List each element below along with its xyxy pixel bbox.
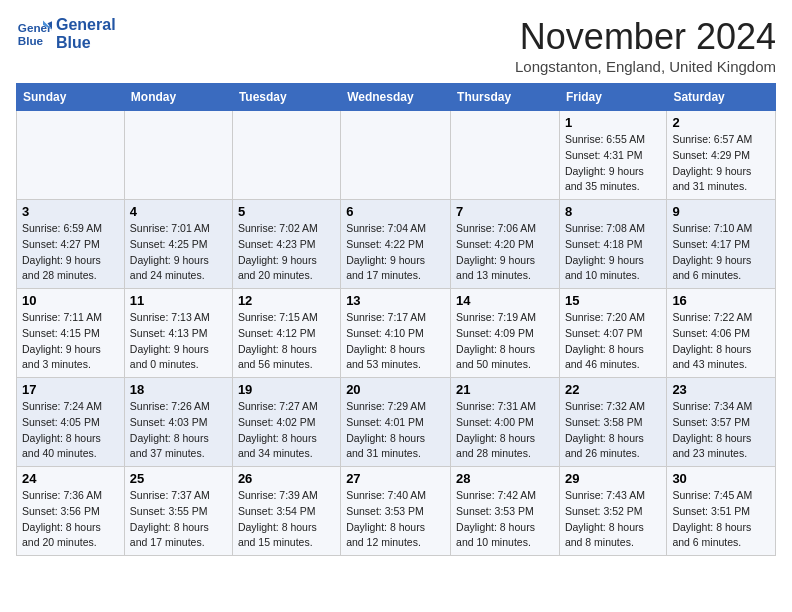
calendar-cell: 7Sunrise: 7:06 AM Sunset: 4:20 PM Daylig… (451, 200, 560, 289)
day-header-thursday: Thursday (451, 84, 560, 111)
day-info: Sunrise: 7:26 AM Sunset: 4:03 PM Dayligh… (130, 399, 227, 462)
day-header-saturday: Saturday (667, 84, 776, 111)
day-number: 8 (565, 204, 661, 219)
calendar-cell: 24Sunrise: 7:36 AM Sunset: 3:56 PM Dayli… (17, 467, 125, 556)
calendar-cell (451, 111, 560, 200)
day-number: 17 (22, 382, 119, 397)
day-info: Sunrise: 7:15 AM Sunset: 4:12 PM Dayligh… (238, 310, 335, 373)
day-number: 9 (672, 204, 770, 219)
calendar-cell: 16Sunrise: 7:22 AM Sunset: 4:06 PM Dayli… (667, 289, 776, 378)
day-info: Sunrise: 7:10 AM Sunset: 4:17 PM Dayligh… (672, 221, 770, 284)
calendar-week-row: 1Sunrise: 6:55 AM Sunset: 4:31 PM Daylig… (17, 111, 776, 200)
month-title: November 2024 (515, 16, 776, 58)
calendar-cell: 29Sunrise: 7:43 AM Sunset: 3:52 PM Dayli… (559, 467, 666, 556)
day-info: Sunrise: 7:06 AM Sunset: 4:20 PM Dayligh… (456, 221, 554, 284)
calendar-cell (232, 111, 340, 200)
calendar-cell: 22Sunrise: 7:32 AM Sunset: 3:58 PM Dayli… (559, 378, 666, 467)
day-info: Sunrise: 7:40 AM Sunset: 3:53 PM Dayligh… (346, 488, 445, 551)
calendar-cell: 9Sunrise: 7:10 AM Sunset: 4:17 PM Daylig… (667, 200, 776, 289)
calendar-cell: 15Sunrise: 7:20 AM Sunset: 4:07 PM Dayli… (559, 289, 666, 378)
day-info: Sunrise: 7:43 AM Sunset: 3:52 PM Dayligh… (565, 488, 661, 551)
svg-text:Blue: Blue (18, 34, 44, 47)
day-header-wednesday: Wednesday (341, 84, 451, 111)
day-number: 7 (456, 204, 554, 219)
calendar-cell: 6Sunrise: 7:04 AM Sunset: 4:22 PM Daylig… (341, 200, 451, 289)
calendar-cell: 11Sunrise: 7:13 AM Sunset: 4:13 PM Dayli… (124, 289, 232, 378)
calendar-cell: 30Sunrise: 7:45 AM Sunset: 3:51 PM Dayli… (667, 467, 776, 556)
day-number: 10 (22, 293, 119, 308)
logo: General Blue General Blue (16, 16, 116, 52)
calendar-cell: 10Sunrise: 7:11 AM Sunset: 4:15 PM Dayli… (17, 289, 125, 378)
day-number: 1 (565, 115, 661, 130)
day-number: 21 (456, 382, 554, 397)
day-number: 14 (456, 293, 554, 308)
day-number: 6 (346, 204, 445, 219)
calendar-cell: 19Sunrise: 7:27 AM Sunset: 4:02 PM Dayli… (232, 378, 340, 467)
day-info: Sunrise: 7:24 AM Sunset: 4:05 PM Dayligh… (22, 399, 119, 462)
day-number: 24 (22, 471, 119, 486)
title-block: November 2024 Longstanton, England, Unit… (515, 16, 776, 75)
day-info: Sunrise: 7:34 AM Sunset: 3:57 PM Dayligh… (672, 399, 770, 462)
day-number: 4 (130, 204, 227, 219)
calendar-cell: 21Sunrise: 7:31 AM Sunset: 4:00 PM Dayli… (451, 378, 560, 467)
day-number: 26 (238, 471, 335, 486)
calendar-week-row: 17Sunrise: 7:24 AM Sunset: 4:05 PM Dayli… (17, 378, 776, 467)
day-number: 13 (346, 293, 445, 308)
day-info: Sunrise: 7:17 AM Sunset: 4:10 PM Dayligh… (346, 310, 445, 373)
day-number: 29 (565, 471, 661, 486)
calendar-week-row: 10Sunrise: 7:11 AM Sunset: 4:15 PM Dayli… (17, 289, 776, 378)
calendar-cell: 1Sunrise: 6:55 AM Sunset: 4:31 PM Daylig… (559, 111, 666, 200)
calendar-cell (124, 111, 232, 200)
day-number: 19 (238, 382, 335, 397)
day-info: Sunrise: 7:13 AM Sunset: 4:13 PM Dayligh… (130, 310, 227, 373)
day-info: Sunrise: 7:02 AM Sunset: 4:23 PM Dayligh… (238, 221, 335, 284)
calendar-cell: 12Sunrise: 7:15 AM Sunset: 4:12 PM Dayli… (232, 289, 340, 378)
day-number: 28 (456, 471, 554, 486)
day-info: Sunrise: 7:45 AM Sunset: 3:51 PM Dayligh… (672, 488, 770, 551)
day-info: Sunrise: 6:55 AM Sunset: 4:31 PM Dayligh… (565, 132, 661, 195)
day-info: Sunrise: 7:19 AM Sunset: 4:09 PM Dayligh… (456, 310, 554, 373)
day-number: 25 (130, 471, 227, 486)
day-info: Sunrise: 6:57 AM Sunset: 4:29 PM Dayligh… (672, 132, 770, 195)
calendar-cell: 2Sunrise: 6:57 AM Sunset: 4:29 PM Daylig… (667, 111, 776, 200)
day-info: Sunrise: 7:32 AM Sunset: 3:58 PM Dayligh… (565, 399, 661, 462)
day-number: 20 (346, 382, 445, 397)
page-header: General Blue General Blue November 2024 … (16, 16, 776, 75)
logo-line1: General (56, 16, 116, 34)
calendar-cell: 3Sunrise: 6:59 AM Sunset: 4:27 PM Daylig… (17, 200, 125, 289)
calendar-cell: 4Sunrise: 7:01 AM Sunset: 4:25 PM Daylig… (124, 200, 232, 289)
day-header-friday: Friday (559, 84, 666, 111)
calendar-cell: 20Sunrise: 7:29 AM Sunset: 4:01 PM Dayli… (341, 378, 451, 467)
calendar-cell: 14Sunrise: 7:19 AM Sunset: 4:09 PM Dayli… (451, 289, 560, 378)
calendar-cell: 8Sunrise: 7:08 AM Sunset: 4:18 PM Daylig… (559, 200, 666, 289)
day-info: Sunrise: 7:42 AM Sunset: 3:53 PM Dayligh… (456, 488, 554, 551)
day-header-sunday: Sunday (17, 84, 125, 111)
location-title: Longstanton, England, United Kingdom (515, 58, 776, 75)
day-info: Sunrise: 7:27 AM Sunset: 4:02 PM Dayligh… (238, 399, 335, 462)
calendar-cell: 5Sunrise: 7:02 AM Sunset: 4:23 PM Daylig… (232, 200, 340, 289)
day-number: 3 (22, 204, 119, 219)
calendar-cell: 17Sunrise: 7:24 AM Sunset: 4:05 PM Dayli… (17, 378, 125, 467)
calendar-cell: 27Sunrise: 7:40 AM Sunset: 3:53 PM Dayli… (341, 467, 451, 556)
day-info: Sunrise: 7:31 AM Sunset: 4:00 PM Dayligh… (456, 399, 554, 462)
day-number: 5 (238, 204, 335, 219)
day-info: Sunrise: 7:39 AM Sunset: 3:54 PM Dayligh… (238, 488, 335, 551)
calendar-cell (17, 111, 125, 200)
calendar-cell (341, 111, 451, 200)
day-number: 23 (672, 382, 770, 397)
day-info: Sunrise: 7:04 AM Sunset: 4:22 PM Dayligh… (346, 221, 445, 284)
calendar-cell: 26Sunrise: 7:39 AM Sunset: 3:54 PM Dayli… (232, 467, 340, 556)
day-info: Sunrise: 7:22 AM Sunset: 4:06 PM Dayligh… (672, 310, 770, 373)
day-number: 18 (130, 382, 227, 397)
day-info: Sunrise: 7:20 AM Sunset: 4:07 PM Dayligh… (565, 310, 661, 373)
day-number: 22 (565, 382, 661, 397)
day-number: 16 (672, 293, 770, 308)
calendar-cell: 25Sunrise: 7:37 AM Sunset: 3:55 PM Dayli… (124, 467, 232, 556)
day-number: 15 (565, 293, 661, 308)
day-info: Sunrise: 7:36 AM Sunset: 3:56 PM Dayligh… (22, 488, 119, 551)
logo-line2: Blue (56, 34, 116, 52)
calendar-week-row: 24Sunrise: 7:36 AM Sunset: 3:56 PM Dayli… (17, 467, 776, 556)
day-info: Sunrise: 7:08 AM Sunset: 4:18 PM Dayligh… (565, 221, 661, 284)
day-number: 30 (672, 471, 770, 486)
calendar-cell: 13Sunrise: 7:17 AM Sunset: 4:10 PM Dayli… (341, 289, 451, 378)
